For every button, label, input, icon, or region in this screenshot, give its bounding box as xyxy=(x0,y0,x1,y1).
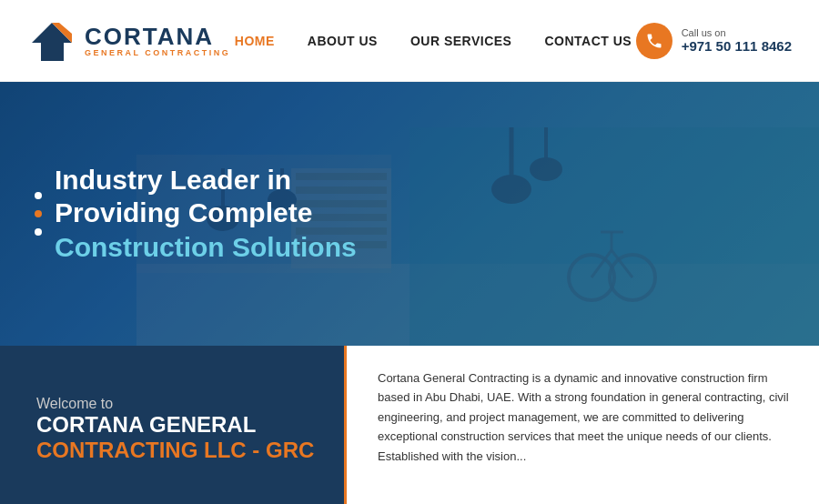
logo-text: CORTANA GENERAL CONTRACTING xyxy=(85,25,230,57)
hero-section: Industry Leader in Providing Complete Co… xyxy=(0,82,819,346)
company-name-line1: CORTANA GENERAL xyxy=(36,412,318,438)
call-label: Call us on xyxy=(682,27,792,38)
nav-about[interactable]: ABOUT US xyxy=(308,34,378,48)
below-hero-section: Welcome to CORTANA GENERAL CONTRACTING L… xyxy=(0,346,819,504)
phone-icon-wrapper[interactable] xyxy=(636,23,672,59)
nav-contact[interactable]: CONTACT US xyxy=(544,34,632,48)
nav-home[interactable]: HOME xyxy=(235,34,275,48)
dot-1 xyxy=(35,192,42,199)
description-text: Cortana General Contracting is a dynamic… xyxy=(378,368,792,466)
description-section: Cortana General Contracting is a dynamic… xyxy=(346,346,819,504)
hero-line1: Industry Leader in xyxy=(55,164,357,197)
phone-icon xyxy=(645,32,663,50)
hero-dots xyxy=(35,192,42,236)
call-number: +971 50 111 8462 xyxy=(682,38,792,54)
welcome-section: Welcome to CORTANA GENERAL CONTRACTING L… xyxy=(0,346,346,504)
logo-icon xyxy=(27,15,77,66)
logo[interactable]: CORTANA GENERAL CONTRACTING xyxy=(27,15,230,66)
header: CORTANA GENERAL CONTRACTING HOME ABOUT U… xyxy=(0,0,819,82)
hero-content: Industry Leader in Providing Complete Co… xyxy=(55,164,357,265)
dot-3 xyxy=(35,228,42,236)
call-section: Call us on +971 50 111 8462 xyxy=(636,23,792,59)
call-info: Call us on +971 50 111 8462 xyxy=(682,27,792,54)
svg-rect-2 xyxy=(41,43,64,61)
logo-brand: CORTANA xyxy=(85,25,230,48)
main-nav: HOME ABOUT US OUR SERVICES CONTACT US xyxy=(235,34,632,48)
dot-2 xyxy=(35,210,42,217)
hero-line2: Providing Complete xyxy=(55,197,357,229)
hero-line3: Construction Solutions xyxy=(55,229,357,265)
logo-sub: GENERAL CONTRACTING xyxy=(85,48,230,57)
nav-services[interactable]: OUR SERVICES xyxy=(410,34,512,48)
welcome-label: Welcome to xyxy=(36,396,318,412)
company-name-line2: CONTRACTING LLC - GRC xyxy=(36,438,318,463)
